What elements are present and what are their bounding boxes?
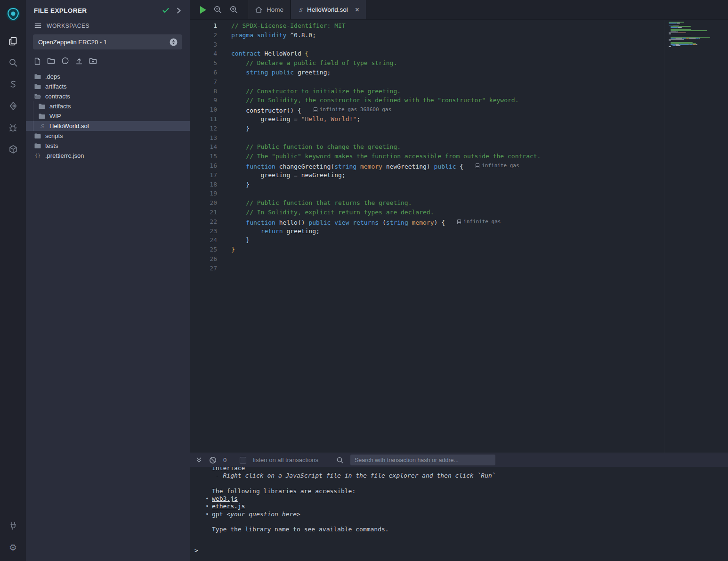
line-number: 14 (190, 142, 217, 152)
solidity-compiler-icon[interactable] (0, 73, 26, 95)
tree-item-contracts[interactable]: contracts (26, 91, 190, 101)
terminal-toolbar: 0 listen on all transactions (190, 453, 728, 467)
code-text: // Public function that returns the gree… (231, 198, 412, 208)
tree-item-wip[interactable]: WIP (26, 111, 190, 121)
clear-console-icon[interactable] (209, 456, 217, 464)
terminal-link[interactable]: ethers.js (212, 503, 245, 510)
search-icon[interactable] (0, 52, 26, 73)
svg-text:S: S (40, 123, 44, 130)
svg-text:{}: {} (35, 153, 40, 158)
code-text: string public greeting; (231, 68, 331, 77)
code-line: 1// SPDX-License-Identifier: MIT (190, 21, 728, 31)
code-text: function hello() public view returns (st… (231, 217, 501, 227)
terminal-panel: 0 listen on all transactions interface -… (190, 453, 728, 561)
solidity-file-icon: S (38, 123, 46, 130)
code-line: 19 (190, 189, 728, 198)
chevron-right-icon[interactable] (175, 7, 182, 14)
menu-icon[interactable] (34, 22, 42, 30)
folder-icon (38, 114, 46, 119)
code-text: } (231, 236, 250, 245)
line-number: 3 (190, 40, 217, 49)
code-line: 17 greeting = newGreeting; (190, 171, 728, 180)
zoom-out-icon[interactable] (213, 5, 222, 14)
new-folder-icon[interactable] (47, 57, 55, 65)
tree-item-prettierrc-json[interactable]: {}.prettierrc.json (26, 151, 190, 161)
settings-icon[interactable]: ⚙ (0, 537, 26, 558)
terminal-line: ethers.js (190, 503, 728, 510)
tree-item-artifacts[interactable]: artifacts (26, 101, 190, 111)
gas-estimate-badge: infinite gas (457, 217, 501, 227)
terminal-prompt[interactable]: > (190, 547, 728, 554)
minimap-line (669, 30, 714, 31)
listen-transactions-checkbox[interactable] (240, 457, 246, 463)
workspace-switch-icon[interactable] (170, 38, 178, 46)
terminal-text: <your question here> (226, 511, 300, 518)
minimap[interactable] (669, 22, 714, 51)
upload-file-icon[interactable] (75, 57, 83, 65)
deploy-run-icon[interactable] (0, 95, 26, 117)
code-line: 10 constructor() {infinite gas 368600 ga… (190, 105, 728, 114)
code-text: } (231, 180, 250, 189)
code-line: 3 (190, 40, 728, 49)
terminal-search-icon[interactable] (336, 456, 344, 464)
zoom-in-icon[interactable] (229, 5, 238, 14)
tree-item-tests[interactable]: tests (26, 141, 190, 151)
tree-item-artifacts[interactable]: artifacts (26, 81, 190, 91)
line-number: 4 (190, 49, 217, 58)
code-text: pragma solidity ^0.8.0; (231, 31, 316, 40)
code-line: 11 greeting = "Hello, World!"; (190, 114, 728, 124)
tree-item-scripts[interactable]: scripts (26, 131, 190, 141)
run-script-button[interactable] (200, 6, 206, 14)
debugger-icon[interactable] (0, 117, 26, 138)
tree-item-label: .deps (45, 73, 60, 80)
tree-item-deps[interactable]: .deps (26, 72, 190, 81)
terminal-output[interactable]: interface - Right click on a JavaScript … (190, 467, 728, 561)
line-number: 7 (190, 77, 217, 87)
code-editor[interactable]: 1// SPDX-License-Identifier: MIT2pragma … (190, 20, 728, 453)
new-file-icon[interactable] (34, 57, 41, 65)
tree-item-label: scripts (45, 132, 63, 139)
clone-github-icon[interactable] (61, 57, 69, 65)
tree-item-helloworld-sol[interactable]: SHelloWorld.sol (26, 121, 190, 131)
plugin-manager-icon[interactable] (0, 138, 26, 160)
code-line: 25} (190, 245, 728, 254)
file-explorer-icon[interactable] (0, 30, 26, 52)
code-text: // Public function to change the greetin… (231, 142, 401, 152)
code-text: // Declare a public field of type string… (231, 58, 397, 68)
terminal-line (190, 518, 728, 526)
line-number: 25 (190, 245, 217, 254)
terminal-line: gpt <your question here> (190, 511, 728, 518)
transaction-count: 0 (223, 456, 226, 463)
terminal-output-lines: interface - Right click on a JavaScript … (190, 467, 728, 534)
close-tab-icon[interactable]: × (355, 6, 359, 14)
code-area[interactable]: 1// SPDX-License-Identifier: MIT2pragma … (190, 20, 728, 273)
collapse-terminal-icon[interactable] (195, 456, 202, 463)
line-number: 1 (190, 21, 217, 31)
line-number: 10 (190, 105, 217, 114)
workspace-select[interactable]: OpenZeppelin ERC20 - 1 (33, 34, 182, 49)
terminal-link[interactable]: web3.js (212, 495, 238, 502)
activity-bar-bottom: ⚙ (0, 515, 26, 558)
terminal-line: Type the library name to see available c… (190, 526, 728, 533)
line-number: 15 (190, 152, 217, 161)
upload-folder-icon[interactable] (89, 57, 97, 65)
tree-item-label: artifacts (49, 103, 71, 110)
line-number: 12 (190, 124, 217, 133)
file-explorer-header: FILE EXPLORER (26, 0, 190, 18)
terminal-search-input[interactable] (350, 455, 495, 465)
code-line: 27 (190, 264, 728, 273)
accept-check-icon[interactable] (162, 7, 170, 14)
remix-logo-icon[interactable] (0, 4, 26, 24)
plugin-connector-icon[interactable] (0, 515, 26, 537)
tab-home[interactable]: Home (248, 0, 291, 19)
code-text: // SPDX-License-Identifier: MIT (231, 21, 346, 31)
main-area: HomeSHelloWorld.sol× 1// SPDX-License-Id… (190, 0, 728, 561)
editor-scrollbar-gutter[interactable] (664, 20, 728, 453)
line-number: 24 (190, 236, 217, 245)
code-line: 24 } (190, 236, 728, 245)
code-line: 16 function changeGreeting(string memory… (190, 161, 728, 171)
tab-helloworld-sol[interactable]: SHelloWorld.sol× (291, 0, 366, 19)
folder-icon (34, 74, 41, 80)
line-number: 27 (190, 264, 217, 273)
terminal-line: interface (190, 467, 728, 472)
